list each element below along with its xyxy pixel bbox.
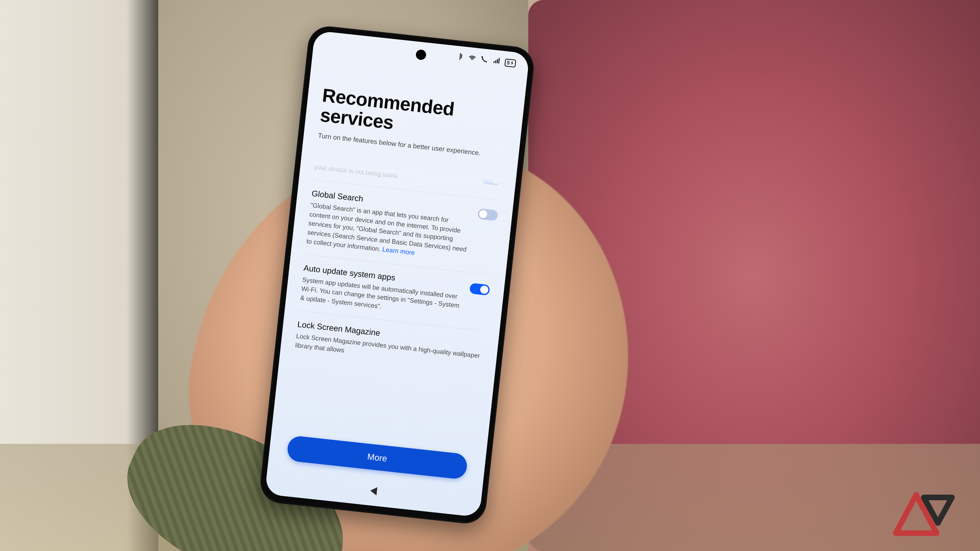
battery-indicator: 5 bbox=[504, 59, 516, 67]
watermark-logo bbox=[886, 490, 962, 541]
learn-more-link[interactable]: Learn more bbox=[382, 246, 415, 256]
page-content: Recommended services Turn on the feature… bbox=[282, 85, 510, 488]
phone-screen: 5 Recommended services Turn on the featu… bbox=[265, 30, 530, 517]
battery-text: 5 bbox=[507, 60, 510, 66]
volte-icon bbox=[480, 55, 489, 65]
signal-icon bbox=[492, 56, 501, 66]
nav-back-icon[interactable] bbox=[370, 486, 377, 495]
toggle-auto-update-night[interactable] bbox=[481, 173, 501, 186]
wifi-icon bbox=[468, 54, 476, 64]
toggle-auto-update-apps[interactable] bbox=[469, 283, 490, 295]
bluetooth-icon bbox=[455, 52, 464, 62]
toggle-global-search[interactable] bbox=[477, 208, 498, 221]
